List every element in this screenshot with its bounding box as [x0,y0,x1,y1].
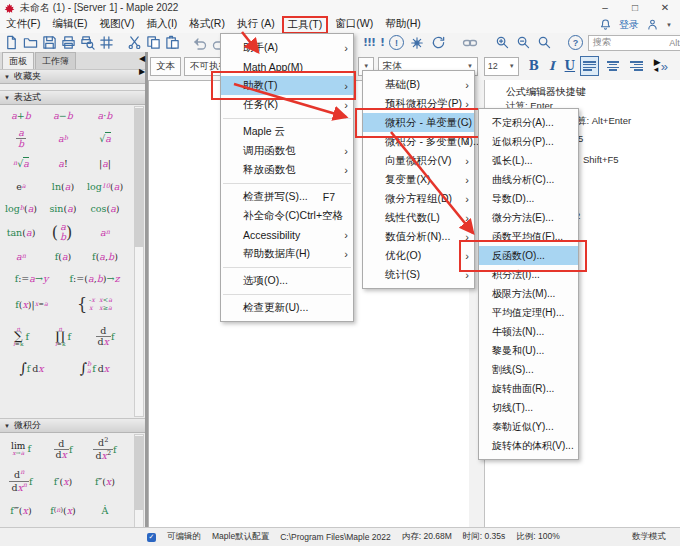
palette-item[interactable]: dndxnf [0,469,42,492]
palette-item[interactable]: ddxf [42,439,84,460]
menu-item[interactable]: 检查更新(U)... [221,298,353,317]
palette-item[interactable]: f‴(x) [0,505,42,516]
palette-item[interactable]: d2dx2f [84,437,126,460]
undo-icon[interactable] [192,35,208,51]
menu-item[interactable]: 弧长(L)... [479,151,578,170]
menu-item[interactable]: Accessibility› [221,225,353,244]
zoom-out-icon[interactable] [515,35,531,51]
menu-item[interactable]: Maple 云 [221,122,353,141]
menu-item[interactable]: 牛顿法(N)... [479,322,578,341]
menu-item[interactable]: 检查拼写(S)...F7 [221,187,353,206]
copy-icon[interactable] [145,35,161,51]
close-button[interactable]: ✕ [650,0,680,16]
palette-item[interactable]: ddxf [84,326,126,347]
execute-all-icon[interactable]: !!! [363,36,375,49]
menu-item[interactable]: 调用函数包› [221,141,353,160]
save-icon[interactable] [41,35,57,51]
palette-item[interactable]: an [84,227,126,238]
menu-item[interactable]: 曲线分析(C)... [479,170,578,189]
menu-item[interactable]: 黎曼和(U)... [479,341,578,360]
palette-item[interactable]: ∫baf dx [63,360,126,376]
bell-icon[interactable] [599,18,612,31]
palette-item[interactable]: a·b [84,110,126,121]
menu-item[interactable]: 微分方程组(D)› [363,189,474,208]
palette-item[interactable]: f:=a→y [0,273,63,284]
palette-item[interactable]: n∏i=kf [42,326,84,346]
menu-item[interactable]: 反函数(O)... [479,246,578,265]
cut-icon[interactable] [126,35,142,51]
align-left-button[interactable] [580,56,599,76]
menu-item[interactable]: 泰勒近似(Y)... [479,417,578,436]
paste-icon[interactable] [164,35,180,51]
menubar-item-4[interactable]: 插入(I) [140,16,183,34]
execute-icon[interactable]: ! [380,36,384,49]
align-center-button[interactable] [604,56,623,76]
menu-item[interactable]: 选项(O)... [221,271,353,290]
login-link[interactable]: 登录 [619,18,639,32]
more-tools-chevron[interactable]: » [661,59,668,74]
menu-item[interactable]: 优化(O)› [363,246,474,265]
palette-scrollbar[interactable] [134,434,144,528]
hyperlink-icon[interactable] [462,35,478,51]
favorites-section-header[interactable]: ▼ 收藏夹 [0,69,145,84]
editable-checkbox[interactable]: ✓ [147,533,156,542]
menu-item[interactable]: 近似积分(P)... [479,132,578,151]
palette-item[interactable]: sin(a) [42,203,84,214]
menu-item[interactable]: 补全命令(C)Ctrl+空格 [221,206,353,225]
palette-item[interactable]: {-x x<ax x≥a [63,295,126,314]
palette-item[interactable]: logb(a) [0,203,42,214]
palette-item[interactable]: ln(a) [42,181,84,192]
palette-item[interactable]: log10(a) [84,181,126,192]
palette-item[interactable]: cos(a) [84,203,126,214]
menu-item[interactable]: 切线(T)... [479,398,578,417]
palette-item[interactable]: f(a,b) [84,251,126,262]
menu-item[interactable]: 任务(K)› [221,95,353,114]
account-icon[interactable] [646,18,659,31]
menu-item[interactable]: 释放函数包› [221,160,353,179]
palette-item[interactable]: f:=(a,b)→z [63,273,126,284]
palette-item[interactable]: an [0,251,42,262]
palette-scrollbar[interactable] [134,106,144,417]
italic-button[interactable]: I [549,59,555,73]
menu-item[interactable]: 割线(S)... [479,360,578,379]
section-icon[interactable] [98,35,114,51]
palette-item[interactable]: Ȧ [84,505,126,516]
restart-icon[interactable] [430,35,446,51]
tab-palettes[interactable]: 面板 [2,52,34,69]
palette-item[interactable]: limx→af [0,443,42,456]
menu-item[interactable]: 微分方法(E)... [479,208,578,227]
collapse-left-icon[interactable]: ◀ [139,55,145,63]
expand-right-icon[interactable]: ▶ [139,68,145,76]
menu-item[interactable]: 旋转体的体积(V)... [479,436,578,455]
minimize-button[interactable]: – [590,0,620,16]
menu-item[interactable]: 复变量(X)› [363,170,474,189]
menu-item[interactable]: 助手(A)› [221,38,353,57]
menubar-item-2[interactable]: 编辑(E) [46,16,93,34]
menu-item[interactable]: 助教(T)› [221,76,353,95]
palette-item[interactable]: √a [84,132,126,144]
menubar-item-1[interactable]: 文件(F) [0,16,46,34]
menubar-item-5[interactable]: 格式(R) [183,16,231,34]
menu-item[interactable]: 微积分 - 单变量(C)› [363,113,474,132]
palette-item[interactable]: ab [0,128,42,149]
menu-item[interactable]: Math App(M) [221,57,353,76]
palette-item[interactable]: f(n)(x) [42,505,84,516]
palette-item[interactable]: ∫f dx [0,360,63,376]
menu-item[interactable]: 帮助数据库(H)› [221,244,353,263]
interrupt-icon[interactable]: ! [389,35,404,50]
menu-item[interactable]: 不定积分(A)... [479,113,578,132]
text-mode-button[interactable]: 文本 [150,57,181,76]
menu-item[interactable]: 平均值定理(H)... [479,303,578,322]
menu-item[interactable]: 线性代数(L)› [363,208,474,227]
menubar-item-8[interactable]: 窗口(W) [329,16,379,34]
palette-item[interactable]: ea [0,181,42,192]
menu-item[interactable]: 统计(S)› [363,265,474,284]
paragraph-marker-icon[interactable]: ▶◂ [654,59,661,73]
menu-item[interactable]: 预科微积分学(P)› [363,94,474,113]
zoom-reset-icon[interactable] [536,35,552,51]
palette-item[interactable]: (ab) [42,222,84,242]
menu-item[interactable]: 函数平均值(F)... [479,227,578,246]
menu-item[interactable]: 微积分 - 多变量(M)...› [363,132,474,151]
zoom-in-icon[interactable] [494,35,510,51]
menu-item[interactable]: 导数(D)... [479,189,578,208]
